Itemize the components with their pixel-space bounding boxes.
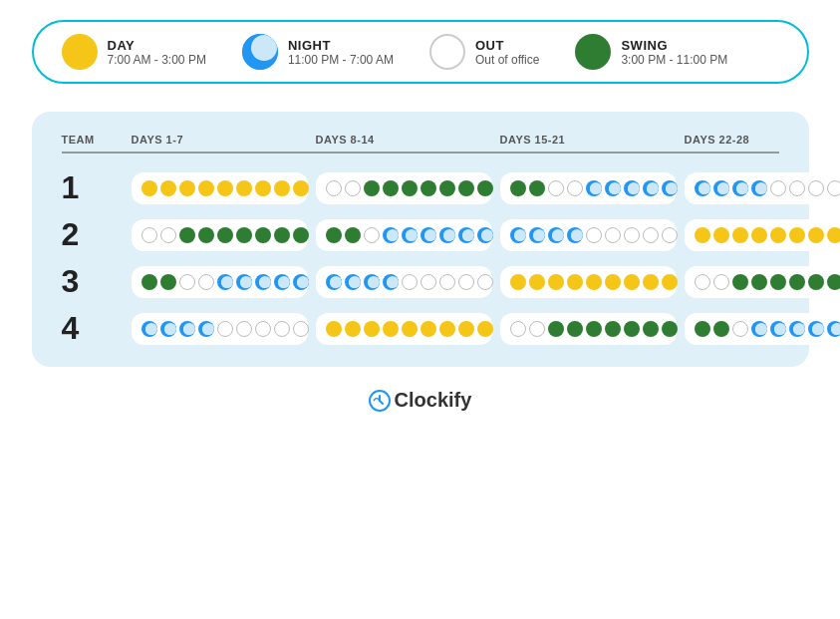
- green-dot: [293, 227, 309, 243]
- out-dot: [255, 321, 271, 337]
- dot-cell: [685, 266, 841, 298]
- out-dot: [326, 180, 342, 196]
- green-dot: [662, 321, 678, 337]
- dot-cell: [500, 172, 677, 204]
- green-dot: [751, 274, 767, 290]
- yellow-dot: [586, 274, 602, 290]
- green-dot: [732, 274, 748, 290]
- green-dot: [274, 227, 290, 243]
- out-dot: [477, 274, 493, 290]
- night-dot: [364, 274, 380, 290]
- dot-cell: [132, 172, 308, 204]
- night-dot: [827, 321, 841, 337]
- yellow-dot: [567, 274, 583, 290]
- night-dot: [567, 227, 583, 243]
- out-dot: [160, 227, 176, 243]
- yellow-dot: [420, 321, 436, 337]
- dot-cell: [685, 313, 841, 345]
- legend-item-night: NIGHT 11:00 PM - 7:00 AM: [242, 34, 394, 70]
- night-svg: [242, 34, 278, 70]
- out-dot: [141, 227, 157, 243]
- yellow-dot: [713, 227, 729, 243]
- yellow-dot: [510, 274, 526, 290]
- out-dot: [732, 321, 748, 337]
- out-dot: [217, 321, 233, 337]
- out-dot: [179, 274, 195, 290]
- night-dot: [808, 321, 824, 337]
- yellow-dot: [255, 180, 271, 196]
- yellow-dot: [160, 180, 176, 196]
- green-dot: [402, 180, 418, 196]
- out-dot: [458, 274, 474, 290]
- out-dot: [510, 321, 526, 337]
- swing-icon: [575, 34, 611, 70]
- yellow-dot: [274, 180, 290, 196]
- svg-point-1: [251, 35, 277, 61]
- out-dot: [827, 180, 841, 196]
- out-dot: [662, 227, 678, 243]
- night-dot: [236, 274, 252, 290]
- out-dot: [402, 274, 418, 290]
- yellow-dot: [643, 274, 659, 290]
- night-label: NIGHT: [288, 38, 394, 53]
- yellow-dot: [808, 227, 824, 243]
- out-dot: [605, 227, 621, 243]
- night-dot: [789, 321, 805, 337]
- night-dot: [198, 321, 214, 337]
- night-dot: [420, 227, 436, 243]
- out-dot: [420, 274, 436, 290]
- dot-cell: [132, 313, 308, 345]
- green-dot: [160, 274, 176, 290]
- table-header: TEAM DAYS 1-7 DAYS 8-14 DAYS 15-21 DAYS …: [62, 134, 779, 154]
- green-dot: [141, 274, 157, 290]
- green-dot: [605, 321, 621, 337]
- out-dot: [695, 274, 710, 290]
- yellow-dot: [751, 227, 767, 243]
- green-dot: [567, 321, 583, 337]
- out-dot: [567, 180, 583, 196]
- yellow-dot: [789, 227, 805, 243]
- green-dot: [383, 180, 399, 196]
- out-dot: [439, 274, 455, 290]
- yellow-dot: [548, 274, 564, 290]
- table-row: 3: [62, 263, 779, 300]
- green-dot: [586, 321, 602, 337]
- out-time: Out of office: [475, 53, 539, 67]
- green-dot: [510, 180, 526, 196]
- green-dot: [695, 321, 710, 337]
- yellow-dot: [770, 227, 786, 243]
- green-dot: [548, 321, 564, 337]
- out-dot: [770, 180, 786, 196]
- night-dot: [439, 227, 455, 243]
- dot-cell: [500, 313, 677, 345]
- night-dot: [179, 321, 195, 337]
- yellow-dot: [364, 321, 380, 337]
- legend-text-night: NIGHT 11:00 PM - 7:00 AM: [288, 38, 394, 67]
- green-dot: [198, 227, 214, 243]
- table-rows: 1234: [62, 169, 779, 347]
- yellow-dot: [477, 321, 493, 337]
- swing-time: 3:00 PM - 11:00 PM: [621, 53, 727, 67]
- out-dot: [274, 321, 290, 337]
- yellow-dot: [624, 274, 640, 290]
- green-dot: [420, 180, 436, 196]
- green-dot: [217, 227, 233, 243]
- night-dot: [695, 180, 710, 196]
- night-dot: [643, 180, 659, 196]
- yellow-dot: [605, 274, 621, 290]
- dot-cell: [685, 219, 841, 251]
- dot-cell: [500, 266, 677, 298]
- night-dot: [529, 227, 545, 243]
- dot-cell: [132, 266, 308, 298]
- yellow-dot: [198, 180, 214, 196]
- night-dot: [624, 180, 640, 196]
- night-dot: [383, 274, 399, 290]
- night-dot: [586, 180, 602, 196]
- col-days4: DAYS 22-28: [685, 134, 841, 146]
- night-dot: [217, 274, 233, 290]
- green-dot: [179, 227, 195, 243]
- yellow-dot: [236, 180, 252, 196]
- out-icon: [429, 34, 465, 70]
- night-dot: [548, 227, 564, 243]
- night-dot: [293, 274, 309, 290]
